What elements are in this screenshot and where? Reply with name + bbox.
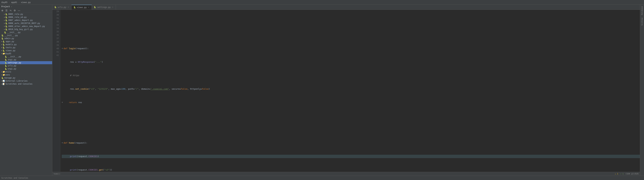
chevron-0009: ▶ [4, 25, 5, 27]
tab-bar: 🐍 urls.py ✕ 🐍 views.py ✕ 🐍 settings.py ✕ [52, 5, 640, 10]
code-line-38: ▼ def home(request): [62, 141, 640, 145]
tab-views-icon: 🐍 [74, 6, 76, 8]
py-icon-0006: 🐍 [5, 16, 8, 18]
tree-item-admin[interactable]: 🐍 admin.py [0, 37, 52, 40]
tree-item-settings[interactable]: 🐍 settings.py [0, 61, 52, 64]
chevron-apps: ▶ [1, 41, 2, 42]
tree-item-wsgi[interactable]: 🐍 wsgi.py [0, 67, 52, 70]
chevron-utils: ▶ [1, 71, 2, 73]
py-icon-urls: 🐍 [5, 65, 7, 67]
tree-item-0007[interactable]: ▶ 🐍 0007_admin_depart.py [0, 19, 52, 22]
tree-item-views[interactable]: ▶ 🐍 views.py [0, 49, 52, 52]
chevron-0005: ▶ [4, 13, 5, 15]
gutter-35: ▼ [62, 101, 63, 104]
chevron-models: ▶ [1, 44, 2, 45]
close-sidebar-btn[interactable]: — [17, 9, 21, 12]
title-bar: day05 › app01 › views.py [0, 0, 644, 5]
chevron-0010: ▶ [4, 28, 5, 30]
tree-item-init1[interactable]: 🐍 __init__.py [0, 31, 52, 34]
py-icon-settings: 🐍 [5, 62, 7, 64]
py-icon-day05-init: 🐍 [5, 56, 7, 58]
collapse-btn[interactable]: ≒ [9, 9, 12, 12]
tree-item-apps[interactable]: ▶ 🐍 apps.py [0, 40, 52, 43]
status-right-text: CSDN 必力局局 [626, 173, 638, 175]
settings-btn[interactable]: ⚙ [13, 9, 16, 12]
tree-item-asgi[interactable]: 🐍 asgi.py [0, 58, 52, 61]
status-bar: home() ⚠ 1 ✓ 1 CSDN 必力局局 [52, 172, 640, 176]
tree-item-utils[interactable]: ▶ 📁 utils [0, 70, 52, 73]
tree-item-extlibs[interactable]: ▶ 📊 External Libraries [0, 79, 52, 82]
tree-item-0006[interactable]: ▶ 🐍 0006_role_od.py [0, 16, 52, 19]
editor-area: 🐍 urls.py ✕ 🐍 views.py ✕ 🐍 settings.py ✕… [52, 5, 640, 176]
py-icon-wsgi: 🐍 [5, 68, 7, 70]
py-icon-tests: 🐍 [2, 46, 5, 49]
scratches-label: Scratches and Consoles [1, 177, 28, 179]
line-numbers: 29 30 31 32 33 34 35 36 37 38 39 40 41 4… [52, 10, 60, 172]
warning-count: ⚠ 1 [615, 173, 618, 175]
tree-item-venv[interactable]: ▶ 📁 venv [0, 73, 52, 76]
code-line-40: print(request.COOKIES.get("v3")) [62, 168, 640, 172]
py-icon-admin: 🐍 [1, 37, 4, 40]
folder-icon-venv: 📁 [2, 74, 5, 76]
tree-item-0010[interactable]: ▶ 🐍 0010_b2g_boy_girl.py [0, 28, 52, 31]
py-icon-models: 🐍 [2, 43, 5, 46]
py-icon-views: 🐍 [2, 49, 5, 52]
tree-item-0005[interactable]: ▶ 🐍 0005_role.py [0, 13, 52, 16]
chevron-0008: ▶ [4, 22, 5, 24]
code-line-39: print(request.COOKIES) [62, 155, 640, 158]
py-icon-apps: 🐍 [2, 40, 5, 43]
sciview-panel-btn[interactable]: SciView [641, 17, 644, 26]
tree-item-models[interactable]: ▶ 🐍 models.py [0, 43, 52, 46]
tree-item-urls[interactable]: 🐍 urls.py [0, 64, 52, 67]
scratch-icon: 📝 [2, 83, 5, 85]
project-dropdown[interactable]: Project ▾ [1, 5, 12, 8]
database-panel-btn[interactable]: Database [641, 5, 644, 16]
py-icon-init2: 🐍 [1, 34, 4, 36]
tab-settings-icon: 🐍 [94, 6, 96, 8]
tab-urls[interactable]: 🐍 urls.py ✕ [52, 5, 72, 9]
tab-urls-close[interactable]: ✕ [67, 6, 69, 8]
chevron-tests: ▶ [1, 47, 2, 48]
right-panels: Database SciView [640, 5, 644, 176]
code-line-33: # https [62, 74, 640, 77]
code-line-32: res = HttpResponse("...") [62, 60, 640, 64]
tab-settings[interactable]: 🐍 settings.py ✕ [92, 5, 116, 9]
code-editor[interactable]: 29 30 31 32 33 34 35 36 37 38 39 40 41 4… [52, 10, 640, 172]
tab-views[interactable]: 🐍 views.py ✕ [72, 5, 92, 9]
code-content[interactable]: ▼ def login(request): res = HttpResponse… [60, 10, 640, 172]
tree-item-scratches[interactable]: ▶ 📝 Scratches and Consoles [0, 82, 52, 85]
folder-icon-day05: 📁 [2, 52, 5, 55]
code-line-31: ▼ def login(request): [62, 47, 640, 50]
tree-item-0008[interactable]: ▶ 🐍 0008_auto_20220710_0837.py [0, 22, 52, 25]
tab-views-close[interactable]: ✕ [88, 6, 90, 8]
main-layout: Project ▾ ⊕ ☰ ≒ ⚙ — ▶ 🐍 0005_role.py ▶ � [0, 5, 644, 176]
new-file-btn[interactable]: ⊕ [1, 9, 4, 12]
current-function: home() [54, 173, 60, 175]
code-line-37 [62, 128, 640, 131]
tab-settings-close[interactable]: ✕ [112, 6, 114, 8]
error-count: ✓ 1 [620, 173, 624, 175]
tree-item-day05-init[interactable]: 🐍 __init__.py [0, 55, 52, 58]
sidebar-toolbar: ⊕ ☰ ≒ ⚙ — [0, 8, 52, 13]
file-tree: ▶ 🐍 0005_role.py ▶ 🐍 0006_role_od.py ▶ 🐍… [0, 13, 52, 85]
chevron-venv: ▶ [1, 74, 2, 76]
chevron-0006: ▶ [4, 16, 5, 18]
structure-btn[interactable]: ☰ [5, 9, 8, 12]
chevron-views: ▶ [1, 50, 2, 51]
py-icon-0010: 🐍 [5, 28, 8, 30]
py-icon-manage: 🐍 [1, 77, 4, 79]
code-line-36 [62, 114, 640, 118]
tree-item-manage[interactable]: 🐍 manage.py [0, 76, 52, 79]
chevron-day05: ▼ [1, 53, 2, 54]
chevron-0007: ▶ [4, 19, 5, 21]
bottom-bar[interactable]: Scratches and Consoles [0, 176, 644, 180]
tree-item-init2[interactable]: 🐍 __init__.py [0, 34, 52, 37]
sidebar: Project ▾ ⊕ ☰ ≒ ⚙ — ▶ 🐍 0005_role.py ▶ � [0, 5, 52, 176]
status-right: ⚠ 1 ✓ 1 CSDN 必力局局 [615, 173, 638, 175]
tree-item-day05[interactable]: ▼ 📁 day05 [0, 52, 52, 55]
tree-item-0009[interactable]: ▶ 🐍 0009_alter_admin_new_depart.py [0, 25, 52, 28]
tree-item-tests[interactable]: ▶ 🐍 tests.py [0, 46, 52, 49]
status-left: home() [54, 173, 60, 175]
chevron-extlibs: ▶ [1, 80, 2, 82]
gutter-38: ▼ [62, 141, 63, 145]
